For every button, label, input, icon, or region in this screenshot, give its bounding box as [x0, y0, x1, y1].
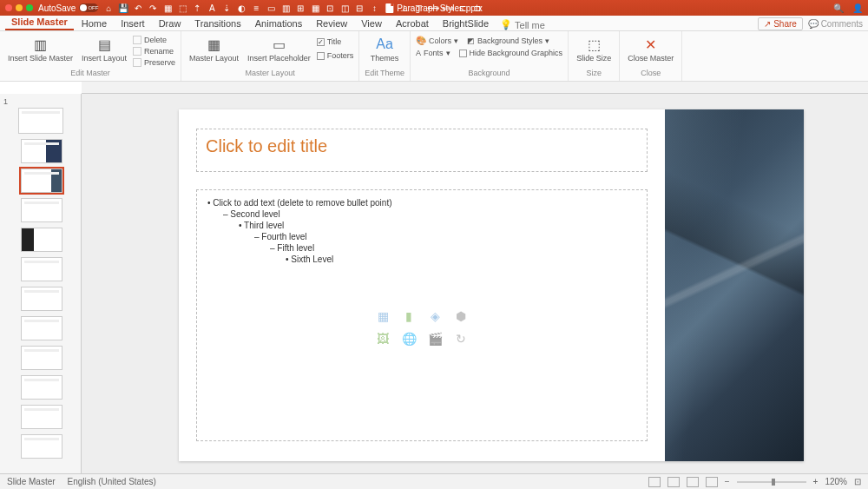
online-picture-icon[interactable]: 🌐 — [398, 330, 419, 347]
qat-icon[interactable]: ↕ — [369, 3, 379, 13]
zoom-out-button[interactable]: − — [725, 477, 730, 486]
qat-icon[interactable]: ▦ — [162, 3, 173, 13]
video-icon[interactable]: 🎬 — [424, 330, 445, 347]
thumb-layout[interactable] — [21, 405, 62, 429]
thumbnail-panel[interactable]: 1 — [0, 94, 82, 489]
qat-icon[interactable]: ≡ — [251, 3, 261, 13]
checkbox-icon — [459, 50, 467, 57]
smartart-icon[interactable]: ◈ — [424, 307, 445, 325]
insert-slide-master-button[interactable]: ▥Insert Slide Master — [5, 33, 76, 65]
tab-transitions[interactable]: Transitions — [188, 17, 247, 30]
save-icon[interactable]: 💾 — [118, 3, 128, 13]
thumb-master[interactable] — [18, 108, 63, 134]
tab-view[interactable]: View — [355, 17, 388, 30]
thumb-layout[interactable] — [21, 228, 62, 252]
checkbox-icon — [317, 52, 325, 60]
master-layout-button[interactable]: ▦Master Layout — [187, 33, 241, 65]
insert-placeholder-button[interactable]: ▭Insert Placeholder — [245, 33, 313, 65]
picture-icon[interactable]: 🖼 — [372, 330, 393, 347]
qat-icon[interactable]: ⊞ — [295, 3, 306, 13]
home-icon[interactable]: ⌂ — [103, 3, 114, 13]
themes-button[interactable]: AaThemes — [368, 33, 402, 65]
slide-master-icon: ▥ — [31, 35, 50, 54]
tab-animations[interactable]: Animations — [249, 17, 308, 30]
qat-icon[interactable]: ▦ — [310, 3, 320, 13]
close-icon: ✕ — [641, 35, 661, 54]
table-icon[interactable]: ▦ — [372, 307, 393, 325]
bg-styles-dropdown[interactable]: ◩Background Styles ▾ — [467, 35, 549, 46]
qat-icon[interactable]: ⇣ — [221, 3, 232, 13]
fonts-dropdown[interactable]: AFonts ▾ — [416, 48, 450, 58]
sorter-view-button[interactable] — [667, 477, 680, 487]
qat-icon[interactable]: ◫ — [339, 3, 350, 13]
body-placeholder[interactable]: Click to add text (delete to remove bull… — [196, 189, 648, 441]
tab-home[interactable]: Home — [76, 17, 113, 30]
chart-icon[interactable]: ▮ — [398, 307, 419, 325]
thumb-layout-selected[interactable] — [21, 169, 62, 193]
colors-dropdown[interactable]: 🎨Colors ▾ — [416, 35, 458, 46]
comments-button[interactable]: 💬 Comments — [808, 19, 863, 29]
insert-layout-button[interactable]: ▤Insert Layout — [79, 33, 129, 65]
footers-checkbox[interactable]: Footers — [317, 50, 354, 61]
slide-size-icon: ⬚ — [584, 35, 603, 54]
tab-insert[interactable]: Insert — [115, 17, 151, 30]
tab-review[interactable]: Review — [310, 17, 353, 30]
undo-icon[interactable]: ↶ — [133, 3, 143, 13]
share-button[interactable]: ↗ Share — [758, 17, 802, 30]
slideshow-button[interactable] — [706, 477, 718, 487]
thumb-layout[interactable] — [21, 287, 62, 311]
reading-view-button[interactable] — [687, 477, 699, 487]
close-window-icon[interactable] — [5, 4, 12, 11]
zoom-in-button[interactable]: + — [813, 477, 819, 486]
minimize-window-icon[interactable] — [16, 4, 23, 11]
thumb-layout[interactable] — [21, 434, 62, 459]
qat-icon[interactable]: ⊟ — [354, 3, 365, 13]
3d-icon[interactable]: ⬢ — [450, 307, 471, 325]
user-icon[interactable]: 👤 — [852, 3, 863, 13]
qat-icon[interactable]: ▭ — [266, 3, 276, 13]
rename-button[interactable]: Rename — [133, 46, 175, 56]
qat-icon[interactable]: ▥ — [280, 3, 291, 13]
thumb-layout[interactable] — [21, 198, 62, 222]
title-checkbox[interactable]: Title — [317, 36, 354, 47]
picture-placeholder[interactable] — [665, 109, 804, 461]
qat-icon[interactable]: ⇡ — [192, 3, 202, 13]
hide-bg-checkbox[interactable]: Hide Background Graphics — [459, 48, 563, 58]
qat-icon[interactable]: A — [207, 3, 217, 13]
thumb-layout[interactable] — [21, 139, 62, 163]
tab-slide-master[interactable]: Slide Master — [5, 15, 74, 30]
autosave-toggle[interactable]: OFF — [79, 3, 98, 12]
normal-view-button[interactable] — [648, 477, 661, 487]
slide-canvas-area[interactable]: Click to edit title Click to add text (d… — [82, 94, 868, 489]
thumb-layout[interactable] — [21, 316, 62, 340]
search-icon[interactable]: 🔍 — [833, 3, 844, 13]
title-text: Click to edit title — [206, 136, 638, 156]
tab-acrobat[interactable]: Acrobat — [390, 17, 435, 30]
title-placeholder[interactable]: Click to edit title — [196, 129, 648, 172]
tell-me[interactable]: 💡Tell me — [500, 19, 545, 30]
fit-to-window-button[interactable]: ⊡ — [854, 477, 861, 486]
group-background: 🎨Colors ▾ ◩Background Styles ▾ AFonts ▾ … — [411, 31, 569, 81]
content-placeholder-icons: ▦ ▮ ◈ ⬢ 🖼 🌐 🎬 ↻ — [372, 307, 471, 347]
tab-brightslide[interactable]: BrightSlide — [437, 17, 495, 30]
slide-size-button[interactable]: ⬚Slide Size — [574, 33, 614, 65]
slide-layout[interactable]: Click to edit title Click to add text (d… — [179, 109, 804, 461]
delete-button[interactable]: Delete — [133, 35, 175, 45]
layout-icon: ▤ — [95, 35, 114, 54]
qat-icon[interactable]: ⊡ — [325, 3, 335, 13]
tab-draw[interactable]: Draw — [153, 17, 187, 30]
group-label: Edit Master — [70, 69, 110, 79]
thumb-layout[interactable] — [21, 346, 62, 370]
redo-icon[interactable]: ↷ — [148, 3, 158, 13]
thumb-layout[interactable] — [21, 375, 62, 400]
close-master-button[interactable]: ✕Close Master — [625, 33, 676, 65]
qat-icon[interactable]: ⬚ — [177, 3, 187, 13]
thumb-layout[interactable] — [21, 257, 62, 281]
zoom-level[interactable]: 120% — [825, 477, 847, 486]
qat-icon[interactable]: ◐ — [236, 3, 247, 13]
icon-icon[interactable]: ↻ — [450, 330, 471, 347]
status-language[interactable]: English (United States) — [68, 477, 156, 486]
zoom-window-icon[interactable] — [26, 4, 33, 11]
zoom-slider[interactable] — [737, 481, 806, 483]
preserve-button[interactable]: Preserve — [133, 57, 175, 68]
